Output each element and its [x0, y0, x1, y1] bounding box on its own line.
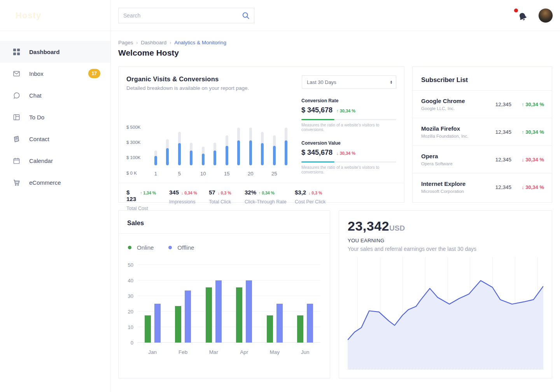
- subscriber-info: Google ChromeGoogle LLC, Inc.: [421, 98, 465, 111]
- bell-icon: [516, 10, 528, 23]
- earnings-area-chart: [348, 257, 543, 369]
- chevron-right-icon: ›: [170, 40, 171, 46]
- subscriber-name: Mozila Firefox: [421, 125, 468, 132]
- metric-label: Conversion Rate: [301, 98, 396, 103]
- calendar-icon: [13, 157, 20, 164]
- x-tick-label: [280, 171, 292, 177]
- breadcrumb-dashboard[interactable]: Dashboard: [141, 40, 166, 46]
- sidebar-item-dashboard[interactable]: Dashboard: [0, 41, 110, 63]
- sales-plot: [137, 265, 320, 343]
- chevron-right-icon: ›: [136, 40, 138, 46]
- earnings-currency: USD: [389, 224, 405, 232]
- avatar[interactable]: [538, 8, 553, 23]
- legend-online[interactable]: Online: [128, 244, 154, 251]
- earnings-label: YOU EARNING: [348, 238, 543, 243]
- subscriber-company: Mozilla Foundation, Inc.: [421, 134, 468, 138]
- chat-icon: [13, 92, 20, 99]
- subscriber-change: ↑ 30,34 %: [511, 129, 544, 135]
- x-tick-label: [162, 171, 174, 177]
- cart-icon: [13, 179, 20, 186]
- bar-slot: [173, 132, 186, 165]
- sales-card: Sales OnlineOffline 01020304050 JanFebMa…: [118, 210, 330, 378]
- x-tick-label: [233, 171, 245, 177]
- x-tick-label: [257, 171, 269, 177]
- sidebar-item-calendar[interactable]: Calendar: [0, 150, 110, 172]
- todo-icon: [13, 114, 20, 121]
- stat-value-row: 57↓ 0,3 %: [209, 189, 231, 196]
- y-tick-label: $ 100K: [126, 155, 140, 160]
- breadcrumb-current[interactable]: Analytics & Monitoring: [174, 40, 226, 46]
- subscriber-row[interactable]: Internet ExploreMicrosoft Corporation12,…: [413, 173, 552, 201]
- sidebar-item-to-do[interactable]: To Do: [0, 106, 110, 128]
- sales-group-apr: [229, 265, 260, 343]
- progress-fill: [301, 119, 334, 120]
- subscriber-company: Microsoft Corporation: [421, 189, 466, 194]
- sales-bar-online: [236, 287, 242, 343]
- bar-slot: [245, 128, 257, 165]
- stat-value-row: $ 123↑ 1,34 %: [126, 189, 156, 202]
- sales-bar-online: [297, 315, 303, 343]
- sidebar-item-label: Dashboard: [29, 49, 60, 55]
- app-logo: Hosty: [16, 10, 41, 21]
- main-content: Pages › Dashboard › Analytics & Monitori…: [111, 31, 560, 392]
- logo-area: Hosty: [0, 0, 110, 31]
- conversion-bar: [249, 140, 252, 165]
- x-tick-label: Apr: [229, 349, 260, 355]
- y-tick-label: $ 500K: [126, 125, 140, 130]
- sidebar-item-inbox[interactable]: Inbox17: [0, 63, 110, 84]
- total-bar: [202, 147, 205, 165]
- total-bar: [178, 132, 181, 165]
- metric-value-row: $ 345,678↓ 30,34 %: [301, 149, 396, 157]
- x-tick-label: Mar: [198, 349, 229, 355]
- mail-icon: [13, 70, 20, 77]
- total-bar: [214, 143, 216, 165]
- conversion-metrics: Conversion Rate$ 345,678↑ 30,34 %Measure…: [301, 96, 396, 183]
- sales-card-title: Sales: [119, 211, 330, 234]
- breadcrumb-pages[interactable]: Pages: [118, 40, 133, 46]
- subscriber-info: Mozila FirefoxMozilla Foundation, Inc.: [421, 125, 468, 138]
- x-tick-label: Feb: [168, 349, 199, 355]
- sales-bar-offline: [246, 280, 252, 343]
- organic-card-title: Organic Visits & Conversions: [126, 75, 249, 83]
- total-bar: [249, 128, 252, 165]
- subscriber-count: 12,345: [495, 129, 511, 135]
- sales-bar-chart: 01020304050: [124, 265, 320, 343]
- x-tick-label: 15: [221, 171, 233, 177]
- subscriber-info: OperaOpera Software: [421, 153, 453, 166]
- bar-slot: [150, 150, 162, 165]
- conversion-bar: [285, 140, 287, 165]
- grid-icon: [13, 48, 20, 56]
- x-tick-label: 25: [268, 171, 280, 177]
- subscriber-name: Internet Explore: [421, 180, 466, 187]
- subscriber-company: Opera Software: [421, 161, 453, 166]
- metric-conversion-rate: Conversion Rate$ 345,678↑ 30,34 %Measure…: [301, 98, 396, 132]
- sidebar-item-chat[interactable]: Chat: [0, 84, 110, 106]
- sales-x-axis: JanFebMarAprMayJun: [137, 349, 320, 355]
- sales-bar-offline: [276, 304, 283, 343]
- legend-offline[interactable]: Offline: [168, 244, 194, 251]
- metric-value: $ 345,678: [301, 106, 332, 114]
- sidebar-item-contact[interactable]: Contact: [0, 128, 110, 150]
- subscriber-row[interactable]: Google ChromeGoogle LLC, Inc.12,345↑ 30,…: [413, 90, 552, 118]
- subscriber-change: ↑ 30,34 %: [511, 102, 544, 107]
- legend-dot-icon: [168, 246, 172, 249]
- sidebar-item-ecommerce[interactable]: eCommerce: [0, 172, 110, 193]
- subscriber-company: Google LLC, Inc.: [421, 106, 465, 111]
- legend-label: Offline: [177, 244, 194, 251]
- sales-bar-offline: [154, 304, 161, 343]
- search-icon[interactable]: [242, 11, 250, 20]
- topbar: [111, 0, 560, 31]
- x-tick-label: May: [259, 349, 290, 355]
- bar-slot: [209, 143, 221, 165]
- sales-bar-online: [145, 315, 151, 343]
- notifications-button[interactable]: [516, 9, 527, 22]
- page-title: Welcome Hosty: [118, 48, 552, 58]
- bar-slot: [257, 132, 269, 165]
- search-input[interactable]: [123, 12, 242, 19]
- subscriber-row[interactable]: OperaOpera Software12,345↓ 30,34 %: [413, 145, 552, 173]
- stat-impressions: 345↓ 0,34 %Impressions: [169, 189, 196, 211]
- period-select[interactable]: Last 30 Days ▴▾: [302, 75, 396, 89]
- subscriber-info: Internet ExploreMicrosoft Corporation: [421, 180, 466, 194]
- subscriber-change: ↓ 30,34 %: [511, 157, 544, 163]
- subscriber-row[interactable]: Mozila FirefoxMozilla Foundation, Inc.12…: [413, 118, 552, 145]
